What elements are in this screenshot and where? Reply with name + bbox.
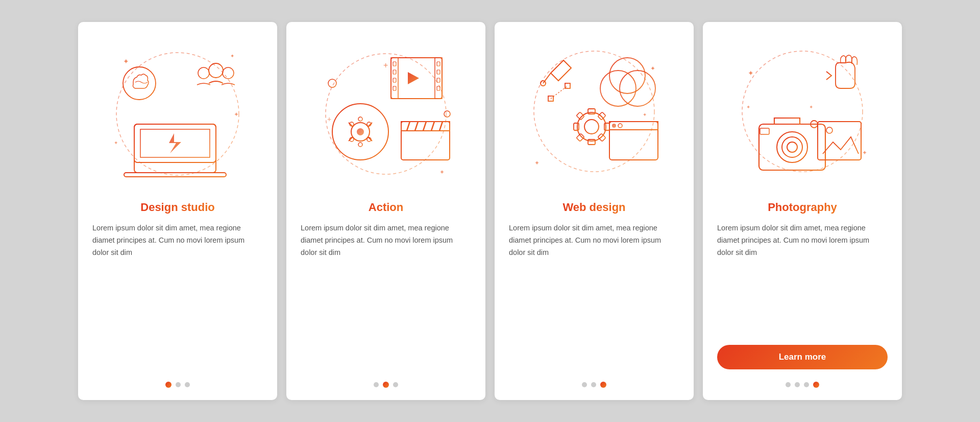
card-web-design: ✦ ✦ ✦ Web design Lorem ipsum dolor sit d… (495, 22, 694, 400)
svg-text:+: + (327, 115, 331, 123)
svg-line-47 (439, 122, 443, 131)
card-design-studio: ✦ ✦ ✦ ✦ Design studio Lorem ipsum dolor … (78, 22, 277, 400)
svg-text:✦: ✦ (650, 65, 655, 72)
svg-rect-64 (604, 123, 609, 130)
dots-action (374, 382, 398, 388)
svg-point-91 (826, 127, 832, 133)
dot-3[interactable] (185, 382, 190, 387)
svg-rect-2 (134, 124, 216, 162)
svg-text:✦: ✦ (439, 169, 445, 176)
svg-rect-61 (588, 109, 595, 114)
svg-line-54 (543, 73, 551, 83)
learn-more-button[interactable]: Learn more (717, 345, 888, 369)
card-text-action: Lorem ipsum dolor sit dim amet, mea regi… (301, 222, 471, 369)
svg-point-86 (782, 137, 802, 157)
svg-text:✦: ✦ (123, 57, 129, 65)
card-title-photography: Photography (768, 201, 837, 214)
illustration-photography: ✦ ✦ ✦ ✦ (717, 37, 888, 196)
svg-point-59 (577, 112, 606, 141)
svg-point-87 (787, 142, 797, 152)
svg-point-72 (618, 124, 622, 128)
svg-rect-65 (576, 112, 584, 120)
dot-2[interactable] (795, 382, 800, 387)
card-title-design-studio: Design studio (140, 201, 214, 214)
svg-point-6 (209, 63, 223, 78)
cards-container: ✦ ✦ ✦ ✦ Design studio Lorem ipsum dolor … (63, 7, 917, 415)
svg-rect-89 (760, 128, 769, 134)
dot-2[interactable] (591, 382, 596, 387)
svg-point-49 (444, 111, 450, 117)
svg-point-13 (326, 54, 446, 174)
dot-1[interactable] (582, 382, 587, 387)
svg-rect-20 (393, 86, 396, 90)
card-photography: ✦ ✦ ✦ ✦ Photography Lorem ipsum dolor si… (703, 22, 902, 400)
svg-rect-67 (576, 133, 584, 142)
illustration-design-studio: ✦ ✦ ✦ ✦ (92, 37, 263, 196)
dot-3[interactable] (600, 382, 606, 388)
svg-point-48 (328, 79, 336, 87)
card-title-web-design: Web design (562, 201, 625, 214)
dot-3[interactable] (804, 382, 809, 387)
svg-text:✦: ✦ (534, 159, 540, 167)
dots-photography (786, 382, 819, 388)
dot-1[interactable] (165, 382, 172, 388)
svg-point-8 (223, 67, 234, 79)
svg-rect-4 (124, 173, 226, 177)
illustration-web-design: ✦ ✦ ✦ (509, 37, 679, 196)
dot-1[interactable] (786, 382, 791, 387)
svg-point-7 (198, 67, 209, 79)
dot-2[interactable] (383, 382, 389, 388)
svg-rect-63 (574, 123, 579, 130)
svg-text:✦: ✦ (643, 112, 647, 118)
svg-text:✦: ✦ (230, 53, 234, 59)
illustration-action: + + ✦ (301, 37, 471, 196)
svg-text:✦: ✦ (809, 104, 813, 110)
svg-rect-18 (393, 70, 396, 74)
svg-text:+: + (383, 61, 388, 69)
dot-3[interactable] (393, 382, 398, 387)
card-text-photography: Lorem ipsum dolor sit dim amet, mea regi… (717, 222, 888, 335)
card-title-action: Action (369, 201, 403, 214)
dot-1[interactable] (374, 382, 379, 387)
svg-point-83 (742, 51, 863, 172)
svg-line-46 (431, 122, 434, 131)
svg-rect-21 (437, 62, 440, 66)
dots-web-design (582, 382, 606, 388)
dots-design-studio (165, 382, 190, 388)
svg-rect-19 (393, 78, 396, 82)
svg-point-71 (612, 124, 616, 128)
dot-2[interactable] (176, 382, 181, 387)
svg-text:✦: ✦ (114, 140, 118, 146)
dot-4[interactable] (813, 382, 819, 388)
svg-text:✦: ✦ (746, 104, 750, 110)
svg-point-56 (609, 58, 645, 93)
card-text-web-design: Lorem ipsum dolor sit dim amet, mea regi… (509, 222, 679, 369)
svg-line-44 (415, 122, 418, 131)
svg-rect-1 (134, 124, 216, 173)
svg-point-58 (600, 71, 636, 106)
svg-rect-22 (437, 70, 440, 74)
svg-line-43 (407, 122, 410, 131)
svg-rect-62 (588, 139, 595, 145)
svg-rect-3 (140, 129, 210, 157)
svg-point-53 (534, 51, 654, 172)
svg-rect-23 (437, 78, 440, 82)
svg-rect-70 (609, 122, 658, 130)
svg-text:✦: ✦ (748, 69, 754, 77)
svg-point-60 (584, 120, 599, 134)
svg-marker-25 (408, 72, 419, 84)
svg-text:✦: ✦ (862, 149, 867, 156)
svg-line-45 (423, 122, 426, 131)
svg-point-28 (357, 128, 364, 135)
svg-text:✦: ✦ (234, 111, 239, 118)
svg-rect-17 (393, 62, 396, 66)
card-text-design-studio: Lorem ipsum dolor sit dim amet, mea regi… (92, 222, 263, 369)
card-action: + + ✦ Action Lorem ipsum dolor sit dim a… (286, 22, 485, 400)
